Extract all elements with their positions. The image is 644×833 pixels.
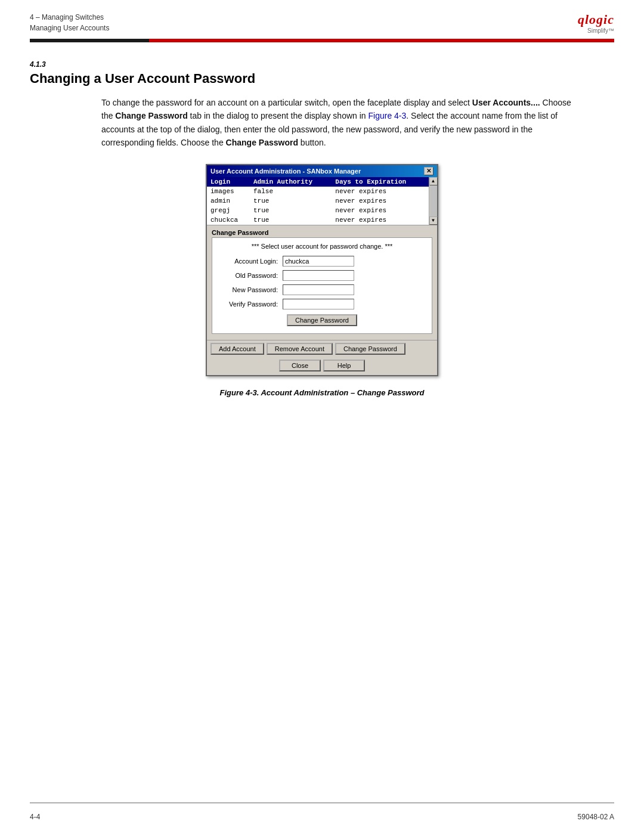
divider-red bbox=[149, 39, 614, 42]
header-text: 4 – Managing Switches Managing User Acco… bbox=[30, 12, 109, 33]
body-bold-2: Change Password bbox=[115, 111, 187, 120]
logo-area: qlogic Simplify™ bbox=[578, 12, 614, 34]
dialog-container: User Account Administration - SANbox Man… bbox=[30, 164, 614, 376]
table-cell: true bbox=[250, 196, 332, 206]
tab-instruction: *** Select user account for password cha… bbox=[217, 243, 427, 250]
dialog-box: User Account Administration - SANbox Man… bbox=[206, 164, 438, 376]
page-header: 4 – Managing Switches Managing User Acco… bbox=[0, 0, 644, 34]
table-row[interactable]: imagesfalsenever expires bbox=[207, 187, 437, 196]
col-login: Login bbox=[207, 177, 250, 187]
remove-account-tab[interactable]: Remove Account bbox=[267, 343, 333, 355]
form-row: New Password: bbox=[217, 284, 427, 295]
section-title: Changing a User Account Password bbox=[30, 71, 614, 86]
body-text-3: tab in the dialog to present the display… bbox=[188, 111, 369, 120]
form-label: Account Login: bbox=[217, 258, 283, 265]
account-table-container: Login Admin Authority Days to Expiration… bbox=[207, 177, 437, 225]
logo: qlogic bbox=[578, 12, 614, 27]
account-table-body: imagesfalsenever expiresadmintruenever e… bbox=[207, 187, 437, 225]
form-row: Verify Password: bbox=[217, 299, 427, 309]
divider-dark bbox=[30, 39, 149, 42]
body-text-1: To change the password for an account on… bbox=[101, 98, 472, 107]
account-table: Login Admin Authority Days to Expiration… bbox=[207, 177, 437, 225]
form-label: Old Password: bbox=[217, 272, 283, 279]
section-number: 4.1.3 bbox=[30, 60, 614, 69]
dialog-titlebar: User Account Administration - SANbox Man… bbox=[207, 165, 437, 177]
close-button[interactable]: Close bbox=[279, 360, 321, 371]
table-cell: true bbox=[250, 206, 332, 215]
form-label: Verify Password: bbox=[217, 301, 283, 308]
figure-caption: Figure 4-3. Account Administration – Cha… bbox=[30, 388, 614, 397]
tab-content-area: *** Select user account for password cha… bbox=[212, 237, 432, 334]
scroll-down-btn[interactable]: ▼ bbox=[429, 216, 438, 225]
table-cell: admin bbox=[207, 196, 250, 206]
table-cell: never expires bbox=[332, 196, 437, 206]
table-cell: never expires bbox=[332, 206, 437, 215]
bottom-tab-bar: Add Account Remove Account Change Passwo… bbox=[207, 340, 437, 357]
table-cell: chuckca bbox=[207, 215, 250, 225]
body-text-5: button. bbox=[298, 138, 326, 147]
logo-tagline: Simplify™ bbox=[587, 27, 614, 34]
body-bold-3: Change Password bbox=[226, 138, 298, 147]
body-bold-1: User Accounts.... bbox=[472, 98, 540, 107]
table-header: Login Admin Authority Days to Expiration bbox=[207, 177, 437, 187]
tab-section: Change Password *** Select user account … bbox=[207, 225, 437, 340]
form-input-3[interactable] bbox=[283, 299, 354, 309]
table-cell: false bbox=[250, 187, 332, 196]
help-button[interactable]: Help bbox=[323, 360, 365, 371]
form-input-2[interactable] bbox=[283, 284, 354, 295]
table-cell: gregj bbox=[207, 206, 250, 215]
change-password-tab[interactable]: Change Password bbox=[335, 343, 405, 355]
col-expiration: Days to Expiration bbox=[332, 177, 437, 187]
add-account-tab[interactable]: Add Account bbox=[210, 343, 264, 355]
col-admin: Admin Authority bbox=[250, 177, 332, 187]
dialog-close-button[interactable]: ✕ bbox=[424, 167, 434, 175]
form-row: Old Password: bbox=[217, 270, 427, 281]
header-line2: Managing User Accounts bbox=[30, 23, 109, 33]
form-rows-container: Account Login:Old Password:New Password:… bbox=[217, 256, 427, 309]
body-paragraph: To change the password for an account on… bbox=[101, 96, 584, 150]
dialog-body: Change Password *** Select user account … bbox=[207, 225, 437, 375]
header-line1: 4 – Managing Switches bbox=[30, 12, 109, 23]
figure-link[interactable]: Figure 4-3 bbox=[368, 111, 406, 120]
page-footer: 4-4 59048-02 A bbox=[30, 813, 614, 821]
table-cell: never expires bbox=[332, 187, 437, 196]
tab-label: Change Password bbox=[212, 229, 432, 236]
change-password-btn-row: Change Password bbox=[217, 314, 427, 326]
footer-doc-number: 59048-02 A bbox=[578, 813, 614, 821]
table-cell: never expires bbox=[332, 215, 437, 225]
table-row[interactable]: admintruenever expires bbox=[207, 196, 437, 206]
main-content: 4.1.3 Changing a User Account Password T… bbox=[0, 42, 644, 415]
footer-page-number: 4-4 bbox=[30, 813, 40, 821]
scroll-track bbox=[430, 185, 437, 216]
form-input-0[interactable] bbox=[283, 256, 354, 267]
form-label: New Password: bbox=[217, 286, 283, 293]
table-cell: true bbox=[250, 215, 332, 225]
form-row: Account Login: bbox=[217, 256, 427, 267]
table-row[interactable]: gregjtruenever expires bbox=[207, 206, 437, 215]
table-cell: images bbox=[207, 187, 250, 196]
scroll-up-btn[interactable]: ▲ bbox=[429, 177, 438, 185]
divider-bar bbox=[30, 39, 614, 42]
table-row[interactable]: chuckcatruenever expires bbox=[207, 215, 437, 225]
bottom-buttons-row: Close Help bbox=[207, 357, 437, 375]
change-password-button[interactable]: Change Password bbox=[287, 314, 357, 326]
footer-divider bbox=[30, 803, 614, 803]
form-input-1[interactable] bbox=[283, 270, 354, 281]
dialog-title: User Account Administration - SANbox Man… bbox=[210, 168, 361, 175]
table-scrollbar[interactable]: ▲ ▼ bbox=[429, 177, 437, 225]
